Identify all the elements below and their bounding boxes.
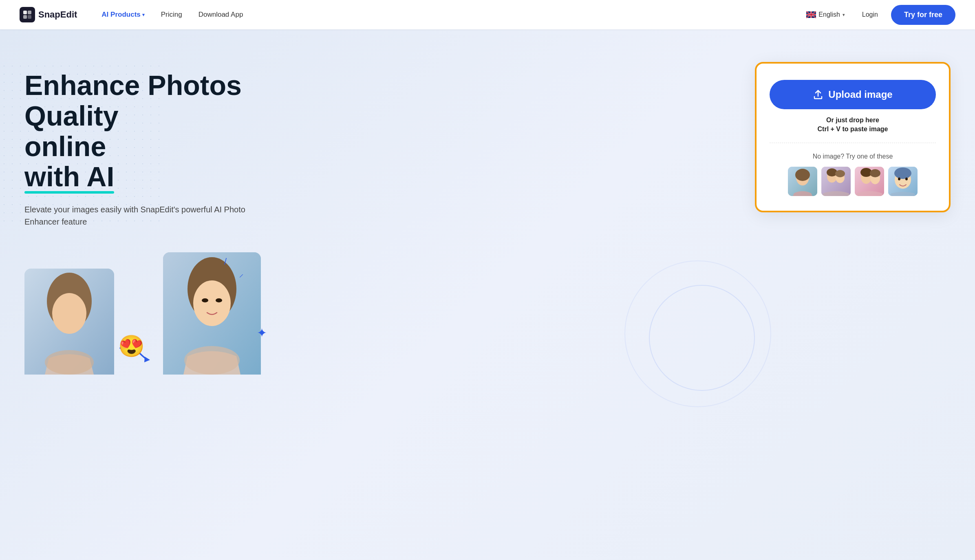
svg-point-14 — [216, 298, 222, 302]
divider — [770, 143, 936, 143]
star-sparkle-icon: ✦ — [257, 326, 267, 340]
transition-arrow: 😍 — [114, 342, 155, 375]
svg-point-28 — [870, 169, 880, 177]
svg-point-13 — [202, 298, 208, 302]
nav-item-ai-products[interactable]: AI Products ▾ — [93, 7, 152, 22]
sample-image-4[interactable] — [888, 167, 918, 196]
svg-point-8 — [45, 350, 94, 375]
hero-section: Enhance Photos Quality online with AI El… — [0, 29, 975, 560]
upload-icon — [813, 89, 823, 100]
hero-title: Enhance Photos Quality online with AI — [24, 70, 310, 192]
svg-point-33 — [905, 178, 908, 181]
upload-card: Upload image Or just drop here Ctrl + V … — [755, 62, 951, 212]
chevron-down-icon: ▾ — [142, 12, 145, 18]
flag-icon — [806, 11, 816, 18]
sample-image-3[interactable] — [855, 167, 884, 196]
svg-point-15 — [184, 346, 240, 375]
svg-point-7 — [52, 293, 86, 334]
upload-image-button[interactable]: Upload image — [770, 80, 936, 109]
nav-item-download-app[interactable]: Download App — [190, 7, 251, 22]
upload-button-label: Upload image — [828, 89, 892, 100]
sample-image-2[interactable] — [821, 167, 851, 196]
language-label: English — [818, 11, 840, 18]
svg-rect-0 — [23, 11, 27, 14]
sample-image-1[interactable] — [788, 167, 817, 196]
svg-rect-2 — [23, 15, 27, 19]
hero-subtitle: Elevate your images easily with SnapEdit… — [24, 203, 253, 228]
svg-rect-1 — [28, 11, 31, 14]
svg-point-12 — [193, 280, 231, 326]
drop-hint-text: Or just drop here — [770, 117, 936, 124]
try-for-free-button[interactable]: Try for free — [891, 5, 955, 25]
lang-chevron-icon: ▾ — [843, 12, 845, 18]
svg-point-18 — [795, 169, 810, 181]
svg-point-32 — [898, 178, 900, 181]
sparkle-icon-1: / — [224, 256, 227, 267]
after-image — [163, 252, 261, 375]
sample-images-row — [770, 167, 936, 196]
paste-hint-text: Ctrl + V to paste image — [770, 126, 936, 133]
logo-icon — [20, 7, 35, 22]
hero-right: Upload image Or just drop here Ctrl + V … — [755, 54, 951, 212]
svg-rect-3 — [28, 15, 31, 19]
nav-links: AI Products ▾ Pricing Download App — [93, 7, 802, 22]
logo-text: SnapEdit — [38, 9, 77, 20]
nav-item-pricing[interactable]: Pricing — [153, 7, 190, 22]
svg-point-23 — [835, 170, 845, 177]
before-after-comparison: 😍 — [24, 252, 739, 375]
login-button[interactable]: Login — [856, 8, 885, 22]
svg-marker-9 — [144, 357, 150, 362]
before-image — [24, 269, 114, 375]
sample-label: No image? Try one of these — [770, 153, 936, 160]
hero-title-highlight: with AI — [24, 161, 114, 192]
language-selector[interactable]: English ▾ — [802, 9, 849, 21]
navbar: SnapEdit AI Products ▾ Pricing Download … — [0, 0, 975, 29]
nav-right: English ▾ Login Try for free — [802, 5, 955, 25]
hero-left: Enhance Photos Quality online with AI El… — [24, 54, 739, 375]
svg-point-31 — [894, 168, 911, 179]
circle-decoration-2 — [624, 260, 771, 407]
logo[interactable]: SnapEdit — [20, 7, 77, 22]
emoji-heart-eyes: 😍 — [118, 334, 145, 359]
